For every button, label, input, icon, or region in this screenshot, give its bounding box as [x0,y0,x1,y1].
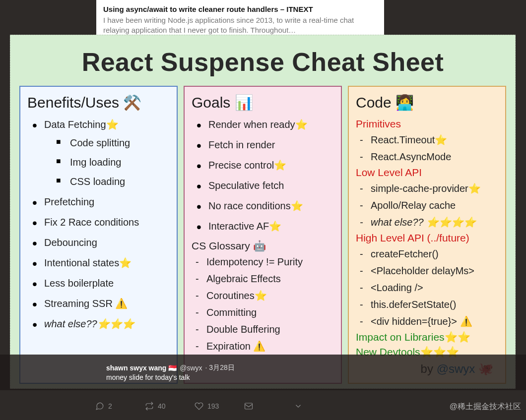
list-item: Less boilerplate [31,277,170,290]
highlevel-list: createFetcher() <Placeholder delayMs> <L… [356,247,498,328]
list-item: React.AsyncMode [357,150,498,164]
primitives-list: React.Timeout⭐ React.AsyncMode [356,133,498,164]
reply-button[interactable]: 2 [95,402,145,411]
list-item: No race conditions⭐ [196,199,334,213]
list-item: Code splitting [56,136,170,150]
list-item: Render when ready⭐ [196,118,334,131]
slide: React Suspense Cheat Sheet Benefits/Uses… [10,35,516,389]
envelope-icon [244,402,253,411]
article-title: Using async/await to write cleaner route… [103,5,377,13]
goals-heading: Goals 📊 [192,94,334,111]
goals-list: Render when ready⭐ Fetch in render Preci… [192,118,334,233]
retweet-button[interactable]: 40 [145,402,195,411]
column-code: Code 👩‍💻 Primitives React.Timeout⭐ React… [348,86,506,384]
list-item: Interactive AF⭐ [196,220,334,233]
list-item: Img loading [56,156,170,169]
reply-icon [95,402,104,411]
watermark: @稀土掘金技术社区 [450,402,521,412]
dm-button[interactable] [244,402,294,411]
lowlevel-list: simple-cache-provider⭐ Apollo/Relay cach… [356,181,498,229]
reply-count: 2 [108,402,112,410]
tweet-actions: 2 40 193 [95,398,382,414]
benefits-heading: Benefits/Uses ⚒️ [27,94,170,111]
slide-title: React Suspense Cheat Sheet [19,47,506,77]
list-item: Prefetching [31,195,170,209]
tweet-header: shawn swyx wang 🇸🇬 @swyx · 3月28日 [106,363,526,372]
tweet-text: money slide for today's talk [106,373,526,381]
column-goals: Goals 📊 Render when ready⭐ Fetch in rend… [184,86,342,384]
list-item: Algebraic Effects [193,272,334,286]
retweet-icon [145,402,154,411]
glossary-heading: CS Glossary 🤖 [192,240,334,252]
svg-rect-0 [245,403,253,409]
list-item: Double Buffering [193,322,334,336]
like-count: 193 [207,402,219,410]
list-item: Speculative fetch [196,179,334,192]
benefits-sublist: Code splitting Img loading CSS loading [44,136,170,188]
highlevel-label: High Level API (../future) [356,232,498,244]
more-button[interactable] [294,402,314,411]
list-item: createFetcher() [357,247,498,261]
like-button[interactable]: 193 [195,402,244,411]
list-item: simple-cache-provider⭐ [357,181,498,195]
list-item: Data Fetching⭐ Code splitting Img loadin… [31,118,170,188]
tweet-author-name[interactable]: shawn swyx wang 🇸🇬 [106,364,177,372]
list-item: <div hidden={true}> ⚠️ [357,314,498,328]
list-item: Expiration ⚠️ [193,339,334,353]
list-item: Precise control⭐ [196,159,334,172]
list-item: what else?? ⭐⭐⭐⭐ [357,215,498,229]
list-item: Debouncing [31,236,170,249]
list-item: React.Timeout⭐ [357,133,498,147]
list-item: CSS loading [56,175,170,188]
list-item: Fix 2 Race conditions [31,216,170,229]
list-item: Fetch in render [196,138,334,152]
list-item: Apollo/Relay cache [357,198,498,212]
article-description: I have been writing Node.js applications… [103,15,377,36]
benefits-list: Data Fetching⭐ Code splitting Img loadin… [27,118,170,331]
impact-label: Impact on Libraries⭐⭐ [356,331,498,343]
list-item: Streaming SSR ⚠️ [31,297,170,310]
heart-icon [195,402,203,411]
list-item: this.deferSetState() [357,298,498,311]
list-item: Intentional states⭐ [31,256,170,270]
glossary-list: Idempotency != Purity Algebraic Effects … [192,255,334,353]
primitives-label: Primitives [356,118,498,130]
tweet-overlay: shawn swyx wang 🇸🇬 @swyx · 3月28日 money s… [0,355,526,390]
code-heading: Code 👩‍💻 [356,94,498,111]
list-item: Coroutines⭐ [193,289,334,302]
column-benefits: Benefits/Uses ⚒️ Data Fetching⭐ Code spl… [19,86,178,384]
slide-columns: Benefits/Uses ⚒️ Data Fetching⭐ Code spl… [19,86,506,384]
list-item: <Placeholder delayMs> [357,264,498,278]
tweet-author-handle[interactable]: @swyx [180,364,202,372]
list-item: Committing [193,305,334,319]
retweet-count: 40 [158,402,166,410]
list-item: Idempotency != Purity [193,255,334,269]
tweet-date: · 3月28日 [205,363,235,372]
list-item: what else??⭐⭐⭐ [31,317,170,331]
chevron-down-icon [294,402,303,411]
lowlevel-label: Low Level API [356,167,498,179]
list-item: <Loading /> [357,281,498,295]
